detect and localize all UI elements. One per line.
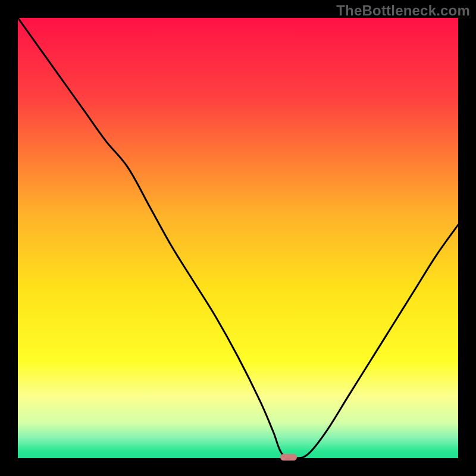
optimal-marker bbox=[280, 454, 297, 461]
watermark-label: TheBottleneck.com bbox=[336, 2, 470, 19]
gradient-background bbox=[18, 18, 458, 458]
bottleneck-plot bbox=[18, 18, 458, 458]
chart-frame: TheBottleneck.com bbox=[0, 0, 476, 476]
